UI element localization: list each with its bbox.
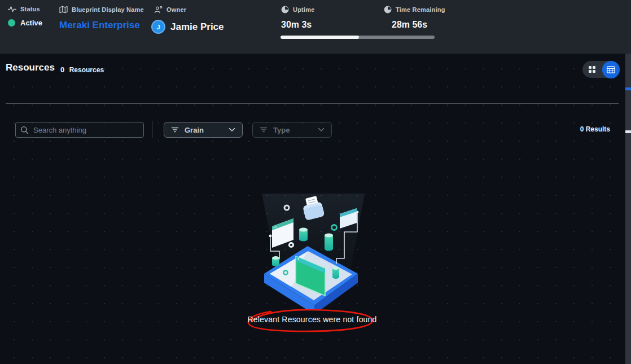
owner-name: Jamie Price xyxy=(170,21,224,33)
filter-icon xyxy=(260,126,268,133)
time-remaining-value-row: 28m 56s xyxy=(392,20,445,30)
clock-icon xyxy=(384,6,392,14)
uptime-stat: Uptime 30m 3s xyxy=(281,6,314,30)
table-view-button[interactable] xyxy=(602,61,620,78)
grid-view-icon xyxy=(588,65,596,73)
grain-dropdown-label: Grain xyxy=(185,126,223,134)
results-count: 0 Results xyxy=(580,125,610,133)
uptime-value-row: 30m 3s xyxy=(281,20,314,30)
type-dropdown-label: Type xyxy=(273,126,312,134)
time-remaining-label-row: Time Remaining xyxy=(384,6,445,14)
blueprint-value-row: Meraki Enterprise xyxy=(59,20,144,31)
search-icon xyxy=(20,126,29,134)
blueprint-name-link[interactable]: Meraki Enterprise xyxy=(59,20,140,31)
table-view-icon xyxy=(607,66,615,73)
owner-label-row: Owner xyxy=(154,6,224,14)
scroll-position-marker xyxy=(625,130,631,133)
resources-count: 0 Resources xyxy=(60,64,104,74)
environment-header: Status Active Blueprint Display Name Mer… xyxy=(0,0,631,54)
status-label: Status xyxy=(20,6,40,12)
page-title: Resources xyxy=(6,62,55,73)
grid-view-button[interactable] xyxy=(582,61,601,78)
person-icon xyxy=(154,6,163,14)
status-stat: Status Active xyxy=(8,6,42,27)
blueprint-label-row: Blueprint Display Name xyxy=(59,6,144,14)
resources-count-label: Resources xyxy=(69,66,104,74)
uptime-label-row: Uptime xyxy=(281,6,314,14)
status-value: Active xyxy=(20,19,42,27)
uptime-value: 30m 3s xyxy=(281,20,312,30)
chevron-down-icon xyxy=(318,128,325,132)
filter-separator xyxy=(152,121,152,138)
search-input[interactable] xyxy=(33,126,139,134)
filter-icon xyxy=(171,126,179,133)
grain-dropdown[interactable]: Grain xyxy=(164,122,243,138)
map-icon xyxy=(59,6,68,14)
scrollbar-track[interactable] xyxy=(625,54,631,364)
time-remaining-label: Time Remaining xyxy=(396,6,445,13)
type-dropdown[interactable]: Type xyxy=(252,122,332,138)
clock-icon xyxy=(281,6,289,14)
owner-avatar: J xyxy=(151,20,165,34)
time-remaining-stat: Time Remaining 28m 56s xyxy=(384,6,445,30)
blueprint-stat: Blueprint Display Name Meraki Enterprise xyxy=(59,6,144,31)
environment-page: Status Active Blueprint Display Name Mer… xyxy=(0,0,631,364)
chevron-down-icon xyxy=(229,128,235,132)
status-label-row: Status xyxy=(8,6,42,12)
status-value-row: Active xyxy=(8,19,42,27)
uptime-progress-bar xyxy=(281,36,435,39)
empty-state-message: Relevant Resources were not found xyxy=(244,315,380,324)
active-status-dot xyxy=(8,19,15,27)
scrollbar-thumb[interactable] xyxy=(625,87,631,90)
activity-icon xyxy=(8,6,16,12)
owner-label: Owner xyxy=(166,6,186,13)
resources-panel: Resources 0 Resources xyxy=(0,54,631,364)
uptime-progress-fill xyxy=(281,36,359,39)
owner-stat: Owner J Jamie Price xyxy=(151,6,224,34)
uptime-label: Uptime xyxy=(293,6,314,13)
search-field xyxy=(15,122,144,138)
owner-value-row: J Jamie Price xyxy=(151,20,224,34)
empty-state-illustration xyxy=(254,188,373,309)
time-remaining-value: 28m 56s xyxy=(392,20,427,30)
resources-count-number: 0 xyxy=(60,65,64,74)
view-toggle xyxy=(582,61,620,78)
section-divider xyxy=(6,103,619,104)
blueprint-label: Blueprint Display Name xyxy=(72,6,144,13)
